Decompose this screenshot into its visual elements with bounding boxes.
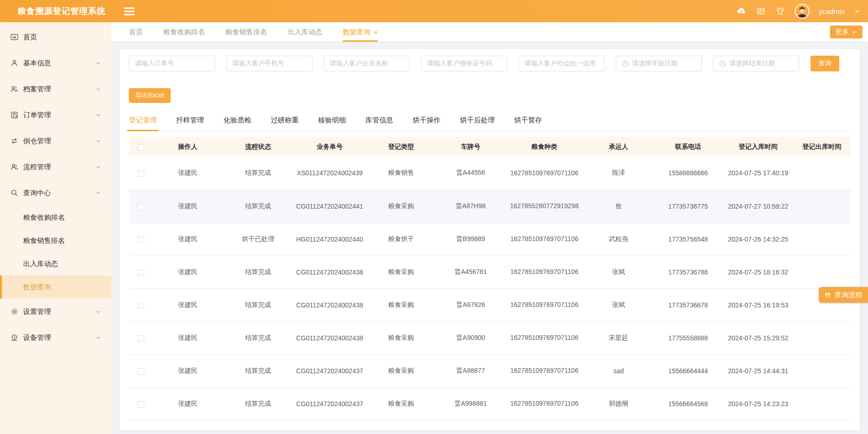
sidebar-item-archives[interactable]: 档案管理	[0, 76, 111, 102]
section-tab[interactable]: 烘干后处理	[460, 111, 495, 131]
transfer-icon	[10, 137, 19, 145]
shirt-icon[interactable]	[775, 6, 785, 16]
search-button[interactable]: 查询	[811, 56, 839, 71]
section-tab[interactable]: 烘干暂存	[514, 111, 542, 131]
table-cell: 晋A67826	[436, 288, 505, 321]
table-cell: 张建民	[153, 190, 223, 223]
table-cell: 粮食采购	[366, 255, 436, 288]
select-all-cell	[129, 137, 153, 157]
section-tab[interactable]: 库管信息	[365, 111, 393, 131]
table-cell: 晋A998881	[436, 387, 505, 420]
sidebar-subitem-purchase-ranking[interactable]: 粮食收购排名	[0, 206, 111, 229]
section-tab[interactable]: 烘干操作	[413, 111, 440, 131]
table-cell: 1627855280772919298	[505, 190, 584, 223]
table-cell: 张建民	[153, 157, 223, 190]
sidebar-item-orders[interactable]: 订单管理	[0, 102, 111, 128]
date-input[interactable]: 请选择结束日期	[713, 56, 799, 71]
help-doc-icon[interactable]	[756, 6, 766, 16]
sidebar-item-basic-info[interactable]: 基本信息	[0, 50, 111, 76]
sidebar-item-label: 设备管理	[23, 333, 51, 342]
search-icon	[10, 189, 19, 197]
table-cell: 粮食采购	[366, 321, 436, 354]
wheat-icon	[823, 291, 832, 299]
table-cell: 1627851097697071106	[505, 157, 584, 190]
section-tab[interactable]: 扦样管理	[176, 111, 204, 131]
tab-close-icon[interactable]: ×	[374, 29, 378, 36]
tab-item[interactable]: 首页	[129, 22, 143, 42]
row-checkbox[interactable]	[138, 170, 144, 177]
tab-item[interactable]: 数据查询×	[343, 22, 378, 42]
table-cell: 张建民	[153, 223, 223, 255]
text-input[interactable]: 请输入客户企业名称	[324, 56, 410, 71]
text-input[interactable]: 请输入客户手机号	[226, 56, 313, 71]
table-cell: 结算完成	[223, 288, 294, 321]
section-tab[interactable]: 化验质检	[223, 111, 251, 131]
table-cell: 张建民	[153, 387, 223, 420]
sidebar-item-process[interactable]: 流程管理	[0, 154, 111, 180]
sidebar-item-devices[interactable]: 设备管理	[0, 325, 111, 351]
sidebar-subitem-inout-dynamics[interactable]: 出入库动态	[0, 252, 111, 275]
hamburger-menu-icon[interactable]	[124, 7, 134, 15]
table-cell: 粮食销售	[366, 157, 436, 190]
table-cell	[793, 157, 850, 190]
table-cell: 1627851097697071106	[505, 255, 584, 288]
table-cell: 17735736775	[653, 190, 723, 223]
table-cell: 粮食烘干	[366, 223, 436, 255]
table-cell	[793, 387, 850, 420]
chevron-down-icon	[96, 164, 101, 170]
text-input[interactable]: 请输入订单号	[129, 56, 215, 71]
date-input[interactable]: 请选择开始日期	[616, 56, 702, 71]
sidebar-item-label: 查询中心	[23, 189, 51, 198]
row-checkbox[interactable]	[138, 401, 144, 408]
header-actions: ycadmin	[736, 4, 868, 19]
sidebar-item-label: 倒仓管理	[23, 137, 51, 146]
table-cell: 陈泽	[584, 157, 653, 190]
tab-item[interactable]: 出入库动态	[287, 22, 322, 42]
input-placeholder: 请输入订单号	[135, 59, 174, 68]
query-flow-floating-button[interactable]: 查询流程	[819, 287, 868, 303]
sidebar-item-query-center[interactable]: 查询中心	[0, 180, 111, 206]
table-cell	[584, 420, 653, 430]
select-all-checkbox[interactable]	[138, 144, 144, 151]
sidebar-item-home[interactable]: Hi 首页	[0, 24, 111, 50]
table-cell	[793, 321, 850, 354]
more-button[interactable]: 更多	[830, 26, 862, 38]
table-cell: 烘干已处理	[223, 223, 294, 255]
table-header-row: 操作人流程状态业务单号登记类型车牌号粮食种类承运人联系电话登记入库时间登记出库时…	[129, 137, 850, 157]
sidebar-item-label: 订单管理	[23, 111, 51, 120]
section-tab[interactable]: 核验明细	[318, 111, 346, 131]
row-checkbox[interactable]	[138, 269, 144, 276]
export-excel-button[interactable]: 导出Excel	[129, 88, 171, 103]
text-input[interactable]: 请输入客户社会统一信用	[518, 56, 605, 71]
table-cell: 张建民	[153, 288, 223, 321]
sidebar: Hi 首页 基本信息 档案管理 订单管理 倒仓管理 流程管理	[0, 22, 111, 434]
tab-item[interactable]: 粮食收购排名	[163, 22, 205, 42]
table-cell: 晋B99889	[436, 223, 505, 255]
chevron-down-icon[interactable]	[854, 8, 861, 14]
sidebar-subitem-data-query[interactable]: 数据查询	[0, 275, 111, 299]
sidebar-subitem-sales-ranking[interactable]: 粮食销售排名	[0, 229, 111, 252]
row-checkbox[interactable]	[138, 368, 144, 375]
section-tab[interactable]: 过磅称重	[271, 111, 299, 131]
cloud-upload-icon[interactable]	[736, 6, 747, 16]
tab-item[interactable]: 粮食销售排名	[225, 22, 267, 42]
search-fields: 请输入订单号请输入客户手机号请输入客户企业名称请输入客户身份证号码请输入客户社会…	[129, 56, 799, 71]
username[interactable]: ycadmin	[819, 7, 845, 15]
row-checkbox[interactable]	[138, 335, 144, 342]
section-tab[interactable]: 登记管理	[129, 111, 157, 131]
row-checkbox[interactable]	[138, 302, 144, 309]
text-input[interactable]: 请输入客户身份证号码	[421, 56, 507, 71]
sidebar-subitem-label: 粮食收购排名	[23, 213, 65, 222]
table-cell: 粮食采购	[366, 387, 436, 420]
row-checkbox[interactable]	[138, 204, 144, 210]
sidebar-item-silo-transfer[interactable]: 倒仓管理	[0, 128, 111, 154]
table-cell	[294, 420, 366, 430]
row-checkbox-cell	[129, 354, 153, 387]
sidebar-item-settings[interactable]: 设置管理	[0, 299, 111, 325]
table-cell	[153, 420, 223, 430]
row-checkbox[interactable]	[138, 236, 144, 243]
tab-label: 数据查询	[343, 28, 370, 37]
row-checkbox-cell	[129, 223, 153, 255]
app-title: 粮食溯源登记管理系统	[0, 6, 111, 17]
avatar[interactable]	[795, 4, 810, 19]
